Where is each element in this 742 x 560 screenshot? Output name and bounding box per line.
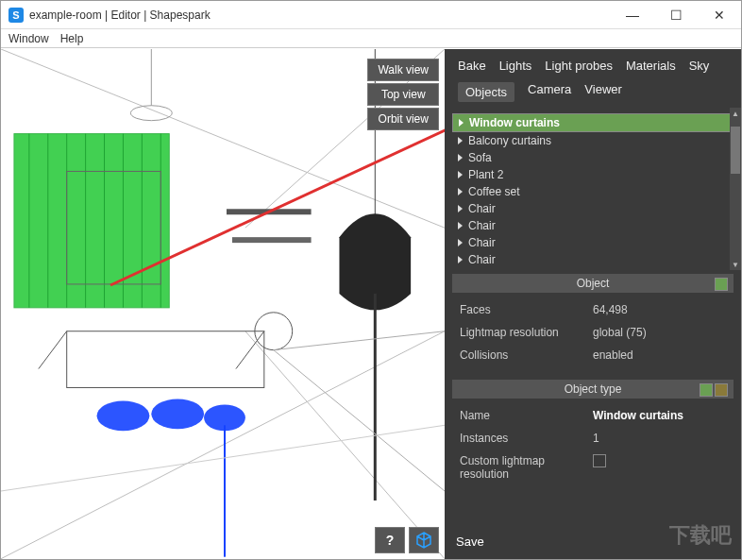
chevron-right-icon [458, 239, 463, 246]
object-section-header: Object [452, 274, 734, 293]
tab-viewer[interactable]: Viewer [584, 82, 622, 102]
property-row: Custom lightmap resolution [460, 450, 726, 485]
tree-item-label: Balcony curtains [468, 134, 551, 147]
menu-bar: Window Help [1, 29, 741, 48]
window-title: example-room | Editor | Shapespark [29, 8, 211, 22]
property-row: Instances1 [460, 427, 726, 450]
chevron-right-icon [458, 137, 463, 144]
property-key: Custom lightmap resolution [460, 454, 593, 481]
tab-objects[interactable]: Objects [458, 82, 514, 102]
tree-item[interactable]: Coffee set [452, 183, 734, 200]
tab-camera[interactable]: Camera [528, 82, 571, 102]
cube-icon [415, 532, 432, 549]
type-color-chip-b[interactable] [715, 383, 728, 397]
tab-bake[interactable]: Bake [458, 59, 486, 73]
orbit-view-button[interactable]: Orbit view [367, 108, 439, 130]
tab-materials[interactable]: Materials [626, 59, 676, 73]
tree-item[interactable]: Window curtains [452, 113, 734, 132]
scroll-up-icon[interactable]: ▲ [730, 108, 741, 119]
property-row: Faces64,498 [460, 298, 726, 321]
svg-line-28 [1, 425, 445, 491]
property-row: NameWindow curtains [460, 404, 726, 427]
tree-item[interactable]: Chair [452, 234, 734, 251]
tab-lights[interactable]: Lights [499, 59, 532, 73]
tree-scrollbar[interactable]: ▲ ▼ [730, 108, 741, 270]
tab-sky[interactable]: Sky [689, 59, 710, 73]
chevron-right-icon [458, 154, 463, 161]
checkbox-unchecked-icon[interactable] [593, 454, 606, 467]
title-bar: example-room | Editor | Shapespark — ☐ ✕ [1, 1, 741, 29]
tree-item[interactable]: Chair [452, 200, 734, 217]
property-key: Name [460, 409, 593, 422]
top-view-button[interactable]: Top view [367, 83, 439, 106]
svg-line-30 [274, 350, 445, 491]
object-type-section: Object type NameWindow curtainsInstances… [452, 380, 734, 491]
chevron-right-icon [458, 256, 463, 263]
property-value: enabled [593, 348, 726, 362]
property-row: Collisionsenabled [460, 344, 726, 366]
property-value: global (75) [593, 326, 726, 339]
object-section: Object Faces64,498Lightmap resolutionglo… [452, 274, 734, 372]
menu-help[interactable]: Help [60, 32, 84, 45]
scroll-down-icon[interactable]: ▼ [730, 259, 741, 270]
tree-item-label: Sofa [468, 151, 492, 164]
watermark: 下载吧 [669, 521, 732, 550]
type-color-chip-a[interactable] [700, 383, 713, 397]
side-panel: Bake Lights Light probes Materials Sky O… [445, 49, 741, 559]
tree-item-label: Plant 2 [468, 168, 503, 181]
tree-item[interactable]: Balcony curtains [452, 132, 734, 149]
minimize-button[interactable]: — [611, 1, 654, 29]
tree-item-label: Chair [468, 236, 496, 249]
tree-item[interactable]: Chair [452, 251, 734, 268]
svg-point-17 [97, 400, 150, 431]
menu-window[interactable]: Window [8, 32, 49, 45]
tree-item-label: Chair [468, 202, 496, 215]
svg-line-3 [245, 331, 445, 559]
object-section-title: Object [577, 277, 610, 290]
app-icon [8, 8, 24, 23]
close-button[interactable]: ✕ [698, 1, 741, 29]
property-value: 1 [593, 432, 726, 445]
chevron-right-icon [458, 188, 463, 195]
cube-toggle-button[interactable] [409, 527, 439, 553]
chevron-right-icon [459, 119, 464, 127]
svg-line-29 [274, 331, 445, 350]
property-value[interactable] [593, 454, 726, 481]
tab-light-probes[interactable]: Light probes [545, 59, 613, 73]
tree-item-label: Window curtains [469, 116, 560, 129]
chevron-right-icon [458, 205, 463, 212]
tree-item[interactable]: Plant 2 [452, 166, 734, 183]
chevron-right-icon [458, 222, 463, 229]
viewport-3d[interactable]: Walk view Top view Orbit view ? [1, 49, 445, 559]
svg-line-1 [1, 331, 445, 559]
object-type-section-header: Object type [452, 380, 734, 399]
object-tree: Window curtainsBalcony curtainsSofaPlant… [445, 108, 741, 270]
maximize-button[interactable]: ☐ [654, 1, 698, 29]
property-key: Faces [460, 303, 593, 316]
tree-item[interactable]: Sofa [452, 149, 734, 166]
svg-rect-4 [14, 134, 169, 308]
object-color-chip[interactable] [715, 278, 728, 291]
tree-item-label: Coffee set [468, 185, 519, 198]
tree-item[interactable]: Chair [452, 217, 734, 234]
svg-line-15 [39, 331, 67, 369]
svg-point-18 [151, 399, 204, 429]
scrollbar-thumb[interactable] [731, 127, 740, 174]
svg-rect-26 [232, 237, 312, 243]
property-value: Window curtains [593, 409, 726, 422]
property-value: 64,498 [593, 303, 726, 316]
chevron-right-icon [458, 171, 463, 178]
walk-view-button[interactable]: Walk view [367, 59, 439, 81]
help-button[interactable]: ? [375, 527, 405, 553]
save-button[interactable]: Save [456, 535, 484, 549]
property-key: Lightmap resolution [460, 326, 593, 339]
tree-item-label: Chair [468, 253, 496, 266]
svg-rect-14 [67, 331, 264, 388]
property-row: Lightmap resolutionglobal (75) [460, 321, 726, 344]
object-type-section-title: Object type [565, 382, 622, 396]
tabs-row-1: Bake Lights Light probes Materials Sky [445, 49, 741, 78]
property-key: Collisions [460, 348, 593, 362]
tree-item-label: Chair [468, 219, 496, 232]
property-key: Instances [460, 432, 593, 445]
svg-rect-25 [227, 209, 312, 214]
